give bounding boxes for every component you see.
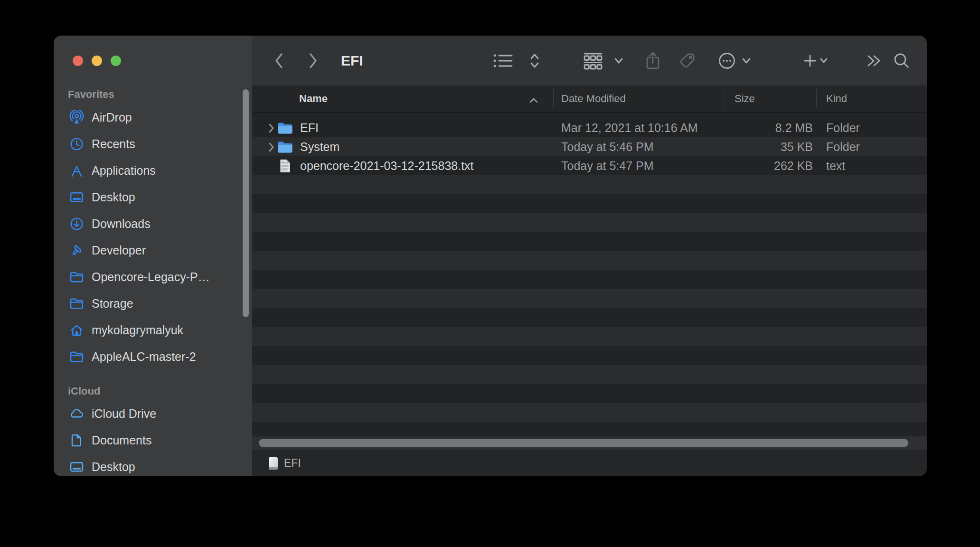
clock-icon bbox=[69, 137, 84, 151]
view-switcher-chevrons[interactable] bbox=[529, 36, 540, 85]
group-by-button[interactable] bbox=[583, 36, 603, 85]
sidebar-scrollbar[interactable] bbox=[243, 89, 249, 317]
toolbar-overflow-button[interactable] bbox=[866, 36, 882, 85]
column-separator[interactable] bbox=[816, 89, 817, 108]
sidebar-item-label: Recents bbox=[92, 137, 135, 151]
empty-row-stripe bbox=[252, 194, 927, 213]
group-by-chevron[interactable] bbox=[614, 36, 623, 85]
forward-button[interactable] bbox=[308, 36, 318, 85]
path-bar-item[interactable]: EFI bbox=[268, 450, 301, 476]
tag-button[interactable] bbox=[679, 36, 696, 85]
sidebar-item-desktop[interactable]: Desktop bbox=[54, 184, 252, 210]
column-header-size[interactable]: Size bbox=[735, 85, 755, 112]
sidebar-item-airdrop[interactable]: AirDrop bbox=[54, 104, 252, 131]
home-icon bbox=[69, 323, 84, 338]
new-folder-button[interactable] bbox=[803, 36, 817, 85]
file-kind: text bbox=[826, 156, 845, 175]
sidebar-item-desktop-icloud[interactable]: Desktop bbox=[54, 453, 252, 476]
new-folder-chevron[interactable] bbox=[820, 36, 828, 85]
column-separator[interactable] bbox=[725, 89, 725, 108]
sidebar-item-downloads[interactable]: Downloads bbox=[54, 210, 252, 237]
folder-icon bbox=[278, 122, 292, 137]
sidebar-item-label: Storage bbox=[92, 297, 133, 311]
sidebar-item-recents[interactable]: Recents bbox=[54, 131, 252, 157]
horizontal-scrollbar[interactable] bbox=[252, 436, 927, 450]
sidebar-item-label: Desktop bbox=[92, 460, 135, 474]
sidebar-item-applications[interactable]: Applications bbox=[54, 157, 252, 184]
chevron-down-icon bbox=[742, 58, 751, 64]
more-ellipsis-icon bbox=[718, 52, 736, 70]
search-button[interactable] bbox=[893, 36, 910, 85]
empty-row-stripe bbox=[252, 232, 927, 251]
more-actions-chevron[interactable] bbox=[742, 36, 751, 85]
sidebar-item-applealc[interactable]: AppleALC-master-2 bbox=[54, 343, 252, 370]
table-row[interactable]: opencore-2021-03-12-215838.txt Today at … bbox=[252, 156, 927, 175]
sidebar-item-label: Desktop bbox=[92, 190, 135, 204]
column-header-date-modified[interactable]: Date Modified bbox=[561, 85, 626, 112]
file-name: EFI bbox=[300, 118, 319, 137]
sidebar-item-home[interactable]: mykolagrymalyuk bbox=[54, 317, 252, 343]
column-header-kind[interactable]: Kind bbox=[826, 85, 847, 112]
view-mode-button[interactable] bbox=[493, 36, 514, 85]
sidebar-item-label: Applications bbox=[92, 164, 156, 178]
sidebar-item-label: Opencore-Legacy-P… bbox=[92, 270, 210, 284]
table-row[interactable]: EFI Mar 12, 2021 at 10:16 AM 8.2 MB Fold… bbox=[252, 118, 927, 137]
zoom-button[interactable] bbox=[111, 56, 121, 66]
table-row[interactable]: System Today at 5:46 PM 35 KB Folder bbox=[252, 137, 927, 156]
file-date-modified: Today at 5:46 PM bbox=[561, 137, 654, 156]
list-top-spacer bbox=[252, 113, 927, 118]
sidebar-item-label: AppleALC-master-2 bbox=[92, 350, 196, 364]
empty-row-stripe bbox=[252, 251, 927, 270]
content-pane: EFI bbox=[252, 36, 927, 476]
share-button[interactable] bbox=[645, 36, 660, 85]
file-name: opencore-2021-03-12-215838.txt bbox=[300, 156, 474, 175]
sidebar-item-label: Developer bbox=[92, 244, 146, 257]
file-size: 8.2 MB bbox=[725, 118, 813, 137]
sidebar-item-label: AirDrop bbox=[92, 111, 132, 124]
list-column-header: Name Date Modified Size Kind bbox=[252, 85, 927, 113]
disclosure-chevron-icon[interactable] bbox=[268, 141, 274, 155]
empty-row-stripe bbox=[252, 422, 927, 436]
folder-icon bbox=[278, 141, 292, 156]
folder-icon bbox=[69, 296, 84, 311]
view-switcher-chevrons-icon bbox=[529, 52, 540, 69]
file-size: 35 KB bbox=[725, 137, 813, 156]
text-file-icon bbox=[280, 159, 291, 176]
more-actions-button[interactable] bbox=[718, 36, 736, 85]
plus-icon bbox=[803, 54, 817, 68]
empty-row-stripe bbox=[252, 403, 927, 422]
sidebar-item-opencore-legacy[interactable]: Opencore-Legacy-P… bbox=[54, 264, 252, 290]
forward-chevron-icon bbox=[308, 52, 318, 69]
column-separator[interactable] bbox=[553, 89, 554, 108]
close-button[interactable] bbox=[73, 56, 83, 66]
disclosure-chevron-icon[interactable] bbox=[268, 123, 274, 136]
download-circle-icon bbox=[69, 217, 84, 231]
file-name: System bbox=[300, 137, 339, 156]
folder-icon bbox=[69, 349, 84, 364]
sidebar-item-storage[interactable]: Storage bbox=[54, 290, 252, 317]
desktop-icon bbox=[69, 460, 84, 474]
desktop-icon bbox=[69, 190, 84, 205]
share-icon bbox=[645, 51, 660, 71]
group-by-icon bbox=[583, 52, 603, 70]
horizontal-scrollbar-thumb[interactable] bbox=[259, 439, 908, 447]
column-header-name[interactable]: Name bbox=[299, 85, 328, 112]
file-kind: Folder bbox=[826, 118, 860, 137]
empty-row-stripe bbox=[252, 384, 927, 403]
file-kind: Folder bbox=[826, 137, 860, 156]
file-date-modified: Today at 5:47 PM bbox=[561, 156, 654, 175]
list-view-icon bbox=[493, 53, 514, 69]
traffic-lights bbox=[73, 56, 121, 66]
back-chevron-icon bbox=[274, 52, 284, 69]
sidebar-item-documents[interactable]: Documents bbox=[54, 427, 252, 453]
sidebar-section-icloud: iCloud bbox=[68, 385, 100, 397]
sidebar-item-developer[interactable]: Developer bbox=[54, 237, 252, 264]
empty-row-stripe bbox=[252, 175, 927, 194]
empty-row-stripe bbox=[252, 308, 927, 327]
tag-icon bbox=[679, 52, 696, 69]
screen: Favorites AirDrop Recents bbox=[0, 0, 980, 547]
sidebar-item-icloud-drive[interactable]: iCloud Drive bbox=[54, 400, 252, 427]
back-button[interactable] bbox=[274, 36, 284, 85]
minimize-button[interactable] bbox=[92, 56, 102, 66]
airdrop-icon bbox=[69, 110, 84, 125]
